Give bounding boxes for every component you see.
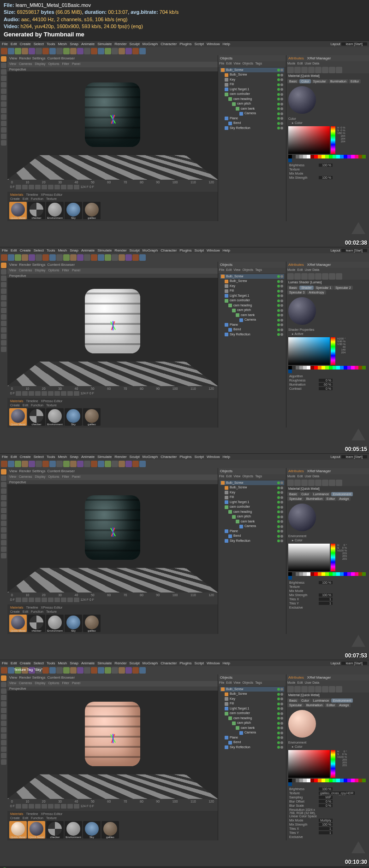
toolbar-button[interactable] bbox=[132, 48, 139, 54]
menu-help[interactable]: Help bbox=[222, 455, 230, 459]
attr-sub-mode[interactable]: Mode bbox=[287, 681, 296, 686]
left-tool[interactable] bbox=[1, 63, 6, 68]
color-swatch[interactable] bbox=[358, 155, 362, 158]
timeline-control-button[interactable] bbox=[22, 598, 28, 602]
toolbar-button[interactable] bbox=[8, 254, 14, 261]
left-tool[interactable] bbox=[1, 488, 6, 494]
color-swatch[interactable] bbox=[336, 366, 340, 369]
color-swatch[interactable] bbox=[325, 779, 329, 782]
tree-item-sky-reflection[interactable]: Sky Reflection bbox=[220, 745, 284, 750]
material-reflection[interactable]: Quick Metal bbox=[9, 821, 27, 839]
tree-item-cam-controller[interactable]: cam controller bbox=[220, 711, 284, 716]
vp-sub-options[interactable]: Options bbox=[48, 62, 59, 67]
timeline-control-button[interactable] bbox=[48, 598, 54, 602]
param-brightness[interactable]: Brightness100 % bbox=[288, 581, 367, 585]
obj-tab-tags[interactable]: Tags bbox=[255, 475, 262, 479]
color-swatch[interactable] bbox=[296, 572, 299, 576]
toolbar-button[interactable] bbox=[15, 461, 21, 467]
mat-menu-texture[interactable]: Texture bbox=[46, 404, 57, 407]
color-swatch[interactable] bbox=[333, 366, 336, 369]
tree-item-camera[interactable]: Camera bbox=[220, 111, 284, 116]
menu-file[interactable]: File bbox=[2, 42, 8, 46]
param-algorithm[interactable]: Algorithm bbox=[288, 374, 367, 378]
color-swatch[interactable] bbox=[336, 779, 340, 782]
toolbar-button[interactable] bbox=[42, 461, 49, 467]
left-tool[interactable] bbox=[1, 759, 6, 765]
toolbar-button[interactable] bbox=[49, 254, 56, 261]
toolbar-button[interactable] bbox=[91, 461, 97, 467]
color-swatch[interactable] bbox=[329, 155, 333, 158]
timeline-control-button[interactable] bbox=[29, 598, 34, 602]
menu-window[interactable]: Window bbox=[207, 42, 220, 46]
param-mix-strength[interactable]: Mix Strength100 % bbox=[288, 176, 367, 180]
vp-sub-options[interactable]: Options bbox=[48, 475, 59, 480]
tree-item-camera[interactable]: Camera bbox=[220, 524, 284, 529]
color-swatch[interactable] bbox=[351, 155, 355, 158]
left-tool[interactable] bbox=[1, 688, 6, 694]
tree-item-sky-reflection[interactable]: Sky Reflection bbox=[220, 539, 284, 544]
color-swatch[interactable] bbox=[292, 155, 296, 158]
color-swatch[interactable] bbox=[303, 155, 307, 158]
toolbar-button[interactable] bbox=[36, 254, 42, 261]
vp-sub-view[interactable]: View bbox=[9, 681, 16, 686]
color-swatch[interactable] bbox=[325, 366, 329, 369]
3d-object[interactable] bbox=[85, 289, 140, 353]
timeline-control-button[interactable] bbox=[29, 804, 34, 809]
attr-tool-button[interactable] bbox=[308, 480, 315, 486]
attr-sub-user-data[interactable]: User Data bbox=[305, 475, 320, 479]
param-tiles-x[interactable]: Tiles X1 bbox=[288, 827, 367, 831]
toolbar-button[interactable] bbox=[105, 254, 111, 261]
toolbar-button[interactable] bbox=[56, 48, 63, 54]
3d-object[interactable] bbox=[85, 82, 140, 147]
obj-tab-edit[interactable]: Edit bbox=[226, 62, 232, 66]
timeline-control-button[interactable] bbox=[16, 804, 21, 809]
toolbar-button[interactable] bbox=[84, 461, 90, 467]
param-texture[interactable]: Texture bbox=[288, 167, 367, 171]
menu-animate[interactable]: Animate bbox=[81, 42, 95, 46]
timeline-control-button[interactable] bbox=[35, 185, 41, 189]
toolbar-button[interactable] bbox=[42, 667, 49, 674]
left-tool[interactable] bbox=[1, 753, 6, 758]
attr-tool-button[interactable] bbox=[294, 273, 301, 280]
left-tool[interactable] bbox=[1, 314, 6, 320]
toolbar-button[interactable] bbox=[119, 254, 125, 261]
attr-tab-shader[interactable]: Shader bbox=[299, 286, 314, 290]
param-texture[interactable]: Texturegalileo_cross_cpy.HDR bbox=[288, 791, 367, 795]
attr-tool-button[interactable] bbox=[287, 480, 294, 486]
tree-item-key[interactable]: Key bbox=[220, 77, 284, 82]
toolbar-button[interactable] bbox=[63, 461, 70, 467]
color-swatch[interactable] bbox=[321, 155, 325, 158]
material-quick-metal[interactable]: Quick Metal bbox=[28, 821, 45, 839]
color-swatch[interactable] bbox=[288, 572, 292, 576]
tree-item-cam-bank[interactable]: cam bank bbox=[220, 519, 284, 524]
tree-item-cam-heading[interactable]: cam heading bbox=[220, 510, 284, 515]
toolbar-button[interactable] bbox=[112, 667, 118, 674]
param-sampling[interactable]: SamplingMIP bbox=[288, 795, 367, 799]
tree-item-cam-pitch[interactable]: cam pitch bbox=[220, 721, 284, 726]
color-swatch[interactable] bbox=[355, 779, 358, 782]
timeline-control-button[interactable] bbox=[22, 804, 28, 809]
left-tool[interactable] bbox=[1, 88, 6, 94]
left-tool[interactable] bbox=[1, 475, 6, 481]
toolbar-button[interactable] bbox=[63, 48, 70, 54]
left-tool[interactable] bbox=[1, 340, 6, 346]
menu-render[interactable]: Render bbox=[114, 455, 126, 459]
color-swatch[interactable] bbox=[310, 155, 314, 158]
obj-tab-view[interactable]: View bbox=[233, 475, 240, 479]
timeline-control-button[interactable] bbox=[61, 391, 66, 396]
menu-sculpt[interactable]: Sculpt bbox=[130, 661, 140, 665]
color-swatch[interactable] bbox=[336, 572, 340, 576]
timeline-control-button[interactable] bbox=[54, 598, 60, 602]
toolbar-button[interactable] bbox=[77, 48, 83, 54]
tree-item-bulb_screw[interactable]: Bulb_Screw bbox=[220, 687, 284, 692]
color-swatch[interactable] bbox=[296, 779, 299, 782]
attr-tool-button[interactable] bbox=[329, 273, 335, 280]
left-tool[interactable] bbox=[1, 546, 6, 552]
timeline-control-button[interactable] bbox=[22, 391, 28, 396]
material-galileo[interactable]: galileo bbox=[83, 202, 101, 219]
attr-tab-specular[interactable]: Specular bbox=[287, 703, 304, 707]
left-tool[interactable] bbox=[1, 714, 6, 720]
material-checker[interactable]: checker bbox=[28, 202, 45, 219]
attr-tool-button[interactable] bbox=[336, 480, 342, 486]
color-swatch[interactable] bbox=[299, 779, 303, 782]
